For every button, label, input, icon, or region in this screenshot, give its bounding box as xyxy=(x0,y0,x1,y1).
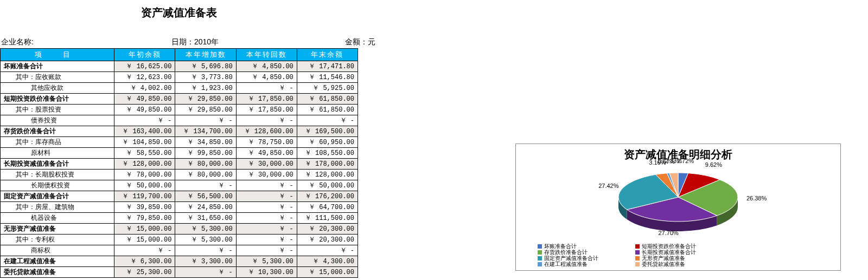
value-cell: ￥ 15,000.00 xyxy=(297,267,358,278)
value-cell: ￥ 10,300.00 xyxy=(236,267,297,278)
legend-swatch xyxy=(538,256,542,261)
value-cell: ￥ 163,400.00 xyxy=(114,126,175,137)
value-cell: ￥ 20,300.00 xyxy=(297,235,358,245)
value-cell: ￥ 56,500.00 xyxy=(175,191,236,202)
legend-label: 委托贷款减值准备 xyxy=(642,261,685,267)
value-cell: ￥ 31,650.00 xyxy=(175,213,236,224)
legend-swatch xyxy=(635,262,640,266)
item-cell: 其中：房屋、建筑物 xyxy=(1,202,114,213)
pct-label: 27.70% xyxy=(658,230,678,236)
unit-label: 金额：元 xyxy=(318,37,380,47)
value-cell: ￥ 17,471.80 xyxy=(297,61,358,72)
value-cell: ￥ 61,850.00 xyxy=(297,105,358,115)
table-row: 其中：房屋、建筑物￥ 39,850.00￥ 24,850.00￥ -￥ 64,7… xyxy=(1,202,358,213)
value-cell: ￥ - xyxy=(175,180,236,191)
value-cell: ￥ 108,550.00 xyxy=(297,148,358,159)
item-cell: 其中：应收账款 xyxy=(1,72,114,83)
item-cell: 固定资产减值准备合计 xyxy=(1,191,114,202)
value-cell: ￥ 119,700.00 xyxy=(114,191,175,202)
value-cell: ￥ - xyxy=(236,115,297,126)
company-label: 企业名称: xyxy=(0,37,171,47)
value-cell: ￥ 58,550.00 xyxy=(114,148,175,159)
value-cell: ￥ 3,300.00 xyxy=(175,256,236,267)
value-cell: ￥ 78,000.00 xyxy=(114,170,175,180)
asset-table: 项 目年初余额本年增加数本年转回数年末余额 坏账准备合计￥ 16,625.00￥… xyxy=(0,48,358,278)
legend-label: 坏账准备合计 xyxy=(544,243,577,249)
value-cell: ￥ 17,850.00 xyxy=(236,105,297,115)
value-cell: ￥ 34,850.00 xyxy=(175,137,236,148)
chart-panel: 资产减值准备明细分析 2.72%9.62%26.38%27.70%27.42%3… xyxy=(515,144,841,271)
table-row: 其中：专利权￥ 15,000.00￥ 5,300.00￥ -￥ 20,300.0… xyxy=(1,235,358,245)
item-cell: 存货跌价准备合计 xyxy=(1,126,114,137)
value-cell: ￥ 16,625.00 xyxy=(114,61,175,72)
item-cell: 其中：长期股权投资 xyxy=(1,170,114,180)
value-cell: ￥ - xyxy=(114,115,175,126)
value-cell: ￥ 6,300.00 xyxy=(114,256,175,267)
item-cell: 其他应收款 xyxy=(1,83,114,94)
table-row: 债券投资￥ -￥ -￥ -￥ - xyxy=(1,115,358,126)
value-cell: ￥ 178,000.00 xyxy=(297,159,358,170)
value-cell: ￥ 20,300.00 xyxy=(297,224,358,235)
legend-swatch xyxy=(538,262,542,266)
value-cell: ￥ 64,700.00 xyxy=(297,202,358,213)
legend-label: 在建工程减值准备 xyxy=(544,261,588,267)
value-cell: ￥ 4,850.00 xyxy=(236,72,297,83)
value-cell: ￥ 30,000.00 xyxy=(236,159,297,170)
value-cell: ￥ 111,500.00 xyxy=(297,213,358,224)
value-cell: ￥ 39,850.00 xyxy=(114,202,175,213)
value-cell: ￥ - xyxy=(236,224,297,235)
item-cell: 其中：股票投资 xyxy=(1,105,114,115)
table-row: 机器设备￥ 79,850.00￥ 31,650.00￥ -￥ 111,500.0… xyxy=(1,213,358,224)
table-row: 商标权￥ -￥ -￥ -￥ - xyxy=(1,245,358,256)
table-row: 存货跌价准备合计￥ 163,400.00￥ 134,700.00￥ 128,60… xyxy=(1,126,358,137)
chart-legend: 坏账准备合计短期投资跌价准备合计存货跌价准备合计长期投资减值准备合计固定资产减值… xyxy=(516,243,840,267)
legend-label: 无形资产减值准备 xyxy=(642,255,685,261)
page-title: 资产减值准备表 xyxy=(0,5,380,20)
col-header: 本年转回数 xyxy=(236,49,297,61)
meta-row: 企业名称: 日期：2010年 金额：元 xyxy=(0,36,380,48)
legend-swatch xyxy=(635,250,640,255)
value-cell: ￥ - xyxy=(175,267,236,278)
item-cell: 短期投资跌价准备合计 xyxy=(1,94,114,105)
table-row: 长期债权投资￥ 50,000.00￥ -￥ -￥ 50,000.00 xyxy=(1,180,358,191)
value-cell: ￥ 5,696.80 xyxy=(175,61,236,72)
table-row: 其中：长期股权投资￥ 78,000.00￥ 80,000.00￥ 30,000.… xyxy=(1,170,358,180)
item-cell: 其中：专利权 xyxy=(1,235,114,245)
value-cell: ￥ 49,850.00 xyxy=(114,105,175,115)
pct-label: 9.62% xyxy=(705,161,722,168)
item-cell: 无形资产减值准备 xyxy=(1,224,114,235)
value-cell: ￥ 24,850.00 xyxy=(175,202,236,213)
pct-label: 26.38% xyxy=(746,195,767,201)
value-cell: ￥ 80,000.00 xyxy=(175,170,236,180)
value-cell: ￥ 1,923.00 xyxy=(175,83,236,94)
value-cell: ￥ - xyxy=(236,83,297,94)
item-cell: 其中：库存商品 xyxy=(1,137,114,148)
value-cell: ￥ 29,850.00 xyxy=(175,94,236,105)
value-cell: ￥ 169,500.00 xyxy=(297,126,358,137)
table-row: 委托贷款减值准备￥ 25,300.00￥ -￥ 10,300.00￥ 15,00… xyxy=(1,267,358,278)
legend-item: 无形资产减值准备 xyxy=(635,255,733,261)
value-cell: ￥ 50,000.00 xyxy=(297,180,358,191)
legend-label: 短期投资跌价准备合计 xyxy=(642,243,696,249)
pct-label: 2.33% xyxy=(665,158,682,164)
item-cell: 在建工程减值准备 xyxy=(1,256,114,267)
value-cell: ￥ 128,000.00 xyxy=(114,159,175,170)
value-cell: ￥ 15,000.00 xyxy=(114,235,175,245)
legend-swatch xyxy=(635,256,640,261)
col-header: 项 目 xyxy=(1,49,114,61)
col-header: 年初余额 xyxy=(114,49,175,61)
date-label: 日期：2010年 xyxy=(171,37,318,47)
value-cell: ￥ - xyxy=(236,191,297,202)
col-header: 本年增加数 xyxy=(175,49,236,61)
value-cell: ￥ 5,300.00 xyxy=(175,235,236,245)
legend-label: 长期投资减值准备合计 xyxy=(642,249,696,255)
table-row: 短期投资跌价准备合计￥ 49,850.00￥ 29,850.00￥ 17,850… xyxy=(1,94,358,105)
item-cell: 原材料 xyxy=(1,148,114,159)
value-cell: ￥ - xyxy=(175,115,236,126)
value-cell: ￥ 11,546.80 xyxy=(297,72,358,83)
value-cell: ￥ - xyxy=(236,180,297,191)
item-cell: 坏账准备合计 xyxy=(1,61,114,72)
value-cell: ￥ 49,850.00 xyxy=(114,94,175,105)
legend-item: 委托贷款减值准备 xyxy=(635,261,733,267)
table-row: 固定资产减值准备合计￥ 119,700.00￥ 56,500.00￥ -￥ 17… xyxy=(1,191,358,202)
